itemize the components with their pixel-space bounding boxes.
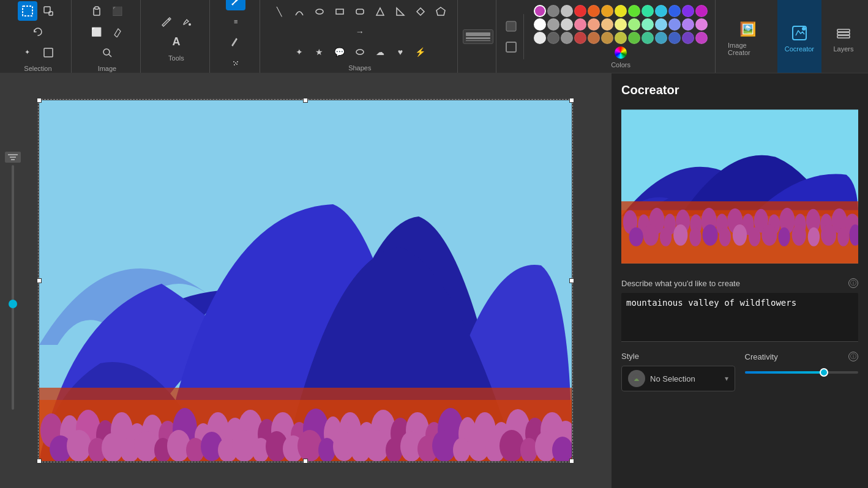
star4-tool[interactable]: ✦ xyxy=(290,42,309,62)
diamond-tool[interactable] xyxy=(411,2,430,21)
lightning-tool[interactable]: ⚡ xyxy=(411,42,430,62)
heart-tool[interactable]: ♥ xyxy=(391,42,410,62)
color-swatch-medium-teal[interactable] xyxy=(642,32,654,44)
eraser-btn[interactable]: ⬜ xyxy=(87,22,107,42)
brush-size-btn[interactable]: ≡ xyxy=(226,12,245,31)
handle-bottom-center[interactable] xyxy=(303,459,308,464)
color-pick-btn[interactable] xyxy=(108,22,127,42)
calligraphy-btn[interactable] xyxy=(226,32,245,52)
svg-point-9 xyxy=(235,62,236,64)
rounded-rect-tool[interactable] xyxy=(350,2,370,21)
zoom-btn[interactable] xyxy=(97,43,117,62)
handle-mid-left[interactable] xyxy=(37,278,42,283)
line-tool[interactable]: ╲ xyxy=(269,2,289,21)
color-swatch-light-teal[interactable] xyxy=(642,18,654,31)
handle-top-right[interactable] xyxy=(569,98,574,103)
pencil-btn[interactable] xyxy=(156,12,176,31)
color-swatch-orange-red[interactable] xyxy=(588,5,600,17)
brush-slider-thumb[interactable] xyxy=(9,300,17,308)
color-swatch-light-green[interactable] xyxy=(628,18,640,31)
right-triangle-tool[interactable] xyxy=(391,2,410,21)
color-spectrum[interactable] xyxy=(615,46,627,59)
star-tool[interactable]: ★ xyxy=(310,42,329,62)
color-swatch-dark-gray[interactable] xyxy=(547,32,559,44)
color-swatch-orange[interactable] xyxy=(601,5,613,17)
color-swatch-tan[interactable] xyxy=(601,32,613,44)
color-swatch-light-cyan[interactable] xyxy=(655,18,667,31)
color-swatch-cobalt[interactable] xyxy=(668,32,681,44)
color-swatch-near-white[interactable] xyxy=(534,32,546,44)
layers-group[interactable]: Layers xyxy=(824,0,863,73)
thought-bubble-tool[interactable]: ☁ xyxy=(370,42,390,62)
color-swatch-green[interactable] xyxy=(628,5,640,17)
color-swatch-cyan[interactable] xyxy=(655,5,667,17)
handle-top-left[interactable] xyxy=(37,98,42,103)
color-swatch-red[interactable] xyxy=(574,5,586,17)
color-swatch-gray[interactable] xyxy=(547,5,559,17)
spray-btn[interactable] xyxy=(226,53,245,73)
color-swatch-medium-green[interactable] xyxy=(628,32,640,44)
svg-point-10 xyxy=(233,61,234,62)
fill-mode-btn[interactable] xyxy=(501,17,521,36)
creativity-info-icon[interactable]: ⓘ xyxy=(848,352,858,361)
triangle-tool[interactable] xyxy=(370,2,390,21)
color-swatch-light-gray[interactable] xyxy=(561,18,573,31)
rect-tool[interactable] xyxy=(330,2,350,21)
pentagon-tool[interactable] xyxy=(431,2,451,21)
curve-tool[interactable] xyxy=(290,2,309,21)
color-swatch-teal[interactable] xyxy=(642,5,654,17)
color-swatch-yellow[interactable] xyxy=(615,5,627,17)
brushes-group: ≡ Brushes xyxy=(212,0,260,73)
style-section: Style No Selection ▾ xyxy=(621,352,735,391)
speech-bubble-tool[interactable]: 💬 xyxy=(330,42,350,62)
color-swatch-violet[interactable] xyxy=(695,5,708,17)
color-swatch-orchid[interactable] xyxy=(695,18,708,31)
color-swatch-brown[interactable] xyxy=(588,32,600,44)
handle-top-center[interactable] xyxy=(303,98,308,103)
handle-bottom-left[interactable] xyxy=(37,459,42,464)
freeform-select-btn[interactable]: ✦ xyxy=(18,43,37,62)
text-btn[interactable]: A xyxy=(166,32,186,52)
handle-bottom-right[interactable] xyxy=(569,459,574,464)
handle-mid-right[interactable] xyxy=(569,278,574,283)
style-dropdown[interactable]: No Selection ▾ xyxy=(621,366,735,391)
color-swatch-purple[interactable] xyxy=(682,5,694,17)
paste-btn[interactable] xyxy=(87,1,107,21)
color-swatch-medium-purple[interactable] xyxy=(682,32,694,44)
brush-slider-track[interactable] xyxy=(12,165,14,410)
color-swatch-magenta[interactable] xyxy=(695,32,708,44)
creativity-slider-track[interactable] xyxy=(745,371,859,374)
outline-mode-btn[interactable] xyxy=(501,37,521,57)
cocreator-group[interactable]: Cocreator xyxy=(777,0,821,73)
color-swatch-light-yellow[interactable] xyxy=(615,18,627,31)
color-swatch-light-pink[interactable] xyxy=(574,18,586,31)
svg-rect-27 xyxy=(837,32,850,35)
rotate-btn[interactable] xyxy=(28,22,48,42)
color-swatch-blue[interactable] xyxy=(668,5,681,17)
color-swatch-silver[interactable] xyxy=(561,5,573,17)
describe-info-icon[interactable]: ⓘ xyxy=(848,278,858,288)
color-swatch-peach[interactable] xyxy=(588,18,600,31)
color-swatch-steel[interactable] xyxy=(655,32,667,44)
selection-tool-btn[interactable] xyxy=(18,1,37,21)
select-all-btn[interactable] xyxy=(39,43,58,62)
color-swatch-mid-gray[interactable] xyxy=(547,18,559,31)
color-swatch-lavender[interactable] xyxy=(682,18,694,31)
color-swatch-olive[interactable] xyxy=(615,32,627,44)
color-swatch-white[interactable] xyxy=(534,18,546,31)
arrow-tool[interactable]: → xyxy=(350,22,370,42)
oval2-tool[interactable] xyxy=(350,42,370,62)
oval-tool[interactable] xyxy=(310,2,329,21)
color-swatch-medium-gray[interactable] xyxy=(561,32,573,44)
creativity-slider-thumb[interactable] xyxy=(820,368,828,377)
brush-btn[interactable] xyxy=(226,0,245,10)
selection-resize-btn[interactable] xyxy=(39,1,58,21)
color-swatch-dark-red[interactable] xyxy=(574,32,586,44)
prompt-textarea[interactable]: mountainous valley of wildflowers xyxy=(621,293,858,342)
color-swatch-pink[interactable] xyxy=(534,5,546,17)
image-creator-group[interactable]: 🖼️ Image Creator xyxy=(720,0,775,73)
color-swatch-periwinkle[interactable] xyxy=(668,18,681,31)
image-adjust-btn[interactable]: ⬛ xyxy=(108,1,127,21)
fill-btn[interactable] xyxy=(177,12,196,31)
color-swatch-light-orange[interactable] xyxy=(601,18,613,31)
